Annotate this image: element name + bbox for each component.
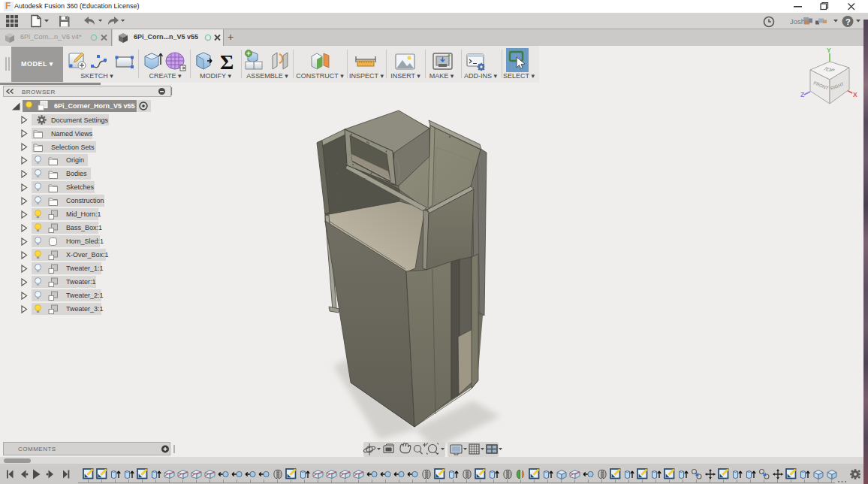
svg-text:Y: Y [827,47,831,54]
svg-text:X: X [853,91,857,98]
svg-text:Z: Z [800,91,804,98]
